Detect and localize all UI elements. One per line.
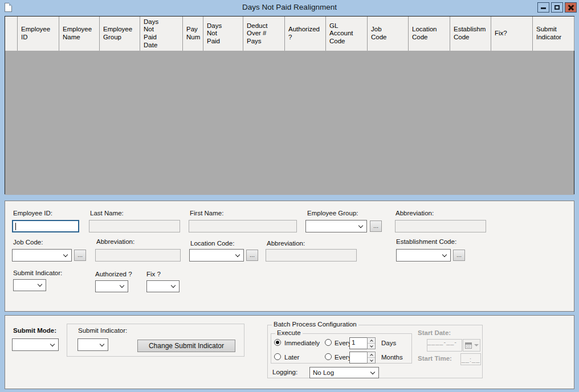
submit-indicator2-label: Submit Indicator: xyxy=(78,327,127,334)
job-code-lookup-button[interactable]: ... xyxy=(74,250,86,261)
first-name-label: First Name: xyxy=(190,210,223,217)
start-time-input: __:__ xyxy=(460,353,481,365)
submit-indicator2-combo[interactable] xyxy=(78,338,108,351)
close-icon xyxy=(568,4,574,11)
establishment-code-label: Establishment Code: xyxy=(396,238,456,245)
months-spinner-input[interactable] xyxy=(349,352,368,364)
days-spinner-input[interactable]: 1 xyxy=(349,337,368,349)
later-label: Later xyxy=(284,354,299,361)
calendar-icon xyxy=(465,342,472,349)
grid-body xyxy=(5,51,574,195)
start-time-label: Start Time: xyxy=(418,355,452,362)
last-name-input xyxy=(89,220,180,232)
authorized-label: Authorized ? xyxy=(95,271,132,277)
days-spinner-buttons[interactable] xyxy=(367,337,376,349)
detail-form-panel: Employee ID: Last Name: First Name: Empl… xyxy=(5,201,574,312)
abbreviation2-input xyxy=(95,249,181,262)
chevron-down-icon xyxy=(100,341,104,346)
grid-column-header[interactable]: Deduct Over # Pays xyxy=(243,17,285,51)
establishment-code-lookup-button[interactable]: ... xyxy=(453,250,465,261)
every-days-label: Every xyxy=(335,340,351,346)
fix-combo[interactable] xyxy=(146,280,180,292)
submit-mode-combo[interactable] xyxy=(12,338,59,351)
authorized-combo[interactable] xyxy=(95,280,128,292)
minimize-button[interactable] xyxy=(537,2,549,13)
spin-up-icon[interactable] xyxy=(368,338,375,343)
chevron-down-icon xyxy=(442,252,447,256)
months-label: Months xyxy=(381,354,403,361)
submit-indicator-combo[interactable] xyxy=(13,279,46,291)
grid-column-header[interactable]: Fix? xyxy=(491,17,533,51)
abbreviation3-input xyxy=(266,249,357,262)
grid-column-header[interactable]: Employee ID xyxy=(18,17,59,51)
employee-group-label: Employee Group: xyxy=(307,210,358,217)
location-code-combo[interactable] xyxy=(189,249,244,262)
every-months-radio[interactable] xyxy=(325,353,332,360)
abbreviation1-input xyxy=(395,220,486,232)
fix-label: Fix ? xyxy=(146,271,161,277)
maximize-button[interactable] xyxy=(551,2,563,13)
close-button[interactable] xyxy=(565,2,577,13)
spin-down-icon[interactable] xyxy=(368,357,375,363)
last-name-label: Last Name: xyxy=(90,210,124,217)
every-months-label: Every xyxy=(335,354,351,361)
job-code-combo[interactable] xyxy=(12,249,72,262)
employee-group-combo[interactable] xyxy=(305,220,367,232)
days-label: Days xyxy=(381,340,396,346)
employee-group-lookup-button[interactable]: ... xyxy=(370,220,382,232)
employee-id-input[interactable] xyxy=(12,220,79,232)
minimize-icon xyxy=(541,7,546,9)
start-date-input: ____-__-__ xyxy=(427,339,462,352)
maximize-icon xyxy=(554,5,560,10)
logging-label: Logging: xyxy=(272,369,297,375)
abbreviation2-label: Abbreviation: xyxy=(96,238,134,245)
location-code-label: Location Code: xyxy=(190,240,234,247)
app-window: Days Not Paid Realignment Employee IDEmp… xyxy=(0,0,579,392)
submit-mode-label: Submit Mode: xyxy=(13,327,56,334)
first-name-input xyxy=(189,220,297,232)
start-date-label: Start Date: xyxy=(418,329,451,336)
chevron-down-icon xyxy=(63,252,68,256)
window-title: Days Not Paid Realignment xyxy=(0,3,579,11)
chevron-down-icon xyxy=(120,283,124,288)
spin-down-icon[interactable] xyxy=(368,343,375,349)
title-bar: Days Not Paid Realignment xyxy=(0,0,579,15)
immediately-label: Immediately xyxy=(284,340,320,346)
grid-column-header[interactable]: GL Account Code xyxy=(326,17,368,51)
employee-grid: Employee IDEmployee NameEmployee GroupDa… xyxy=(5,16,574,194)
months-spinner-buttons[interactable] xyxy=(367,352,376,364)
grid-column-header[interactable]: Location Code xyxy=(409,17,450,51)
abbreviation1-label: Abbreviation: xyxy=(395,210,434,217)
grid-column-header[interactable]: Days Not Paid Date xyxy=(140,17,183,51)
grid-column-header[interactable]: Authorized ? xyxy=(285,17,326,51)
later-radio[interactable] xyxy=(274,353,281,360)
grid-column-header[interactable]: Pay Num xyxy=(183,17,203,51)
establishment-code-combo[interactable] xyxy=(396,249,451,262)
execute-title: Execute xyxy=(275,329,303,336)
chevron-down-icon xyxy=(358,223,363,227)
text-caret xyxy=(15,223,16,230)
logging-value: No Log xyxy=(313,369,334,376)
chevron-down-icon xyxy=(50,341,55,346)
grid-column-header[interactable]: Establishm Code xyxy=(450,17,491,51)
spin-up-icon[interactable] xyxy=(368,352,375,357)
batch-process-title: Batch Process Configuration xyxy=(272,321,358,328)
grid-column-header[interactable]: Job Code xyxy=(368,17,409,51)
logging-combo[interactable]: No Log xyxy=(309,367,379,378)
grid-column-header[interactable]: Employee Name xyxy=(59,17,100,51)
change-submit-indicator-button[interactable]: Change Submit Indicator xyxy=(137,340,235,352)
grid-column-header[interactable]: Employee Group xyxy=(100,17,140,51)
grid-column-header[interactable]: Submit Indicator xyxy=(533,17,574,51)
start-date-picker-button xyxy=(463,339,480,352)
grid-column-header[interactable] xyxy=(5,17,18,51)
chevron-down-icon xyxy=(38,282,42,287)
employee-id-label: Employee ID: xyxy=(13,210,52,217)
submit-indicator-label: Submit Indicator: xyxy=(13,270,62,276)
immediately-radio[interactable] xyxy=(274,339,281,346)
dropdown-arrow-icon xyxy=(474,344,479,346)
abbreviation3-label: Abbreviation: xyxy=(267,240,305,247)
grid-column-header[interactable]: Days Not Paid xyxy=(203,17,243,51)
submit-panel: Submit Mode: Submit Indicator: Change Su… xyxy=(5,315,574,389)
every-days-radio[interactable] xyxy=(325,339,332,346)
location-code-lookup-button[interactable]: ... xyxy=(246,250,258,261)
